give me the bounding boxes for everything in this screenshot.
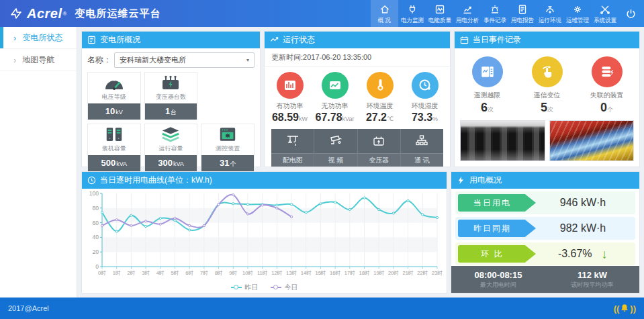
svg-text:23时: 23时 — [432, 270, 443, 276]
acrel-logo-icon — [9, 7, 23, 20]
usage-row-label: 环 比 — [458, 245, 536, 263]
stat-value: 300kVA — [145, 155, 197, 171]
registered-mark: ® — [63, 11, 67, 17]
shortcut-transformer[interactable]: 变压器 — [358, 129, 401, 167]
stat-card-voltage-level: 电压等级 10kV — [87, 72, 141, 120]
stat-value: 1台 — [145, 103, 197, 120]
transformer-icon — [159, 73, 182, 91]
legend-today[interactable]: 今日 — [271, 283, 298, 292]
shortcut-communication[interactable]: 通 讯 — [401, 129, 443, 167]
main-nav: 概 况 电力监测 电能质量 用电分析 事件记录 用电报告 — [371, 0, 618, 27]
right-parens: )) — [630, 304, 636, 314]
logout-power-button[interactable] — [618, 0, 643, 27]
main-content: 变电所概况 名称： 安科瑞新大楼变电所 ▾ — [77, 27, 644, 298]
svg-text:4时: 4时 — [156, 270, 165, 276]
panel-title: 当日逐时用电曲线(单位：kW.h) — [100, 175, 212, 186]
station-select[interactable]: 安科瑞新大楼变电所 ▾ — [114, 52, 255, 68]
usage-row-label: 当日用电 — [458, 194, 536, 212]
empty-card-slot — [201, 72, 255, 120]
site-photos — [460, 120, 634, 161]
svg-text:1时: 1时 — [113, 270, 121, 276]
peak-time-column: 08:00-08:15 最大用电时间 — [451, 270, 545, 289]
circuit-diagram-icon — [271, 129, 314, 153]
nav-tab-environment[interactable]: 运行环境 — [536, 0, 563, 27]
panel-header: 当日逐时用电曲线(单位：kW.h) — [82, 172, 447, 189]
nav-tab-event-log[interactable]: 事件记录 — [481, 0, 508, 27]
metric-ambient-humidity: 环境湿度 73.3% — [402, 72, 447, 124]
plug-icon — [407, 4, 418, 15]
sidebar-item-substation-status[interactable]: › 变电所状态 — [0, 27, 77, 49]
event-offline-devices: 失联的装置 0个 — [577, 56, 637, 115]
telemetry-overlimit-icon — [472, 56, 503, 87]
nav-tab-usage-analysis[interactable]: 用电分析 — [453, 0, 481, 27]
svg-text:18时: 18时 — [359, 270, 369, 276]
station-select-row: 名称： 安科瑞新大楼变电所 ▾ — [82, 48, 260, 72]
svg-text:0时: 0时 — [98, 270, 106, 276]
chart-legend: 昨日 今日 — [83, 281, 445, 293]
shortcut-distribution-diagram[interactable]: 配电图 — [271, 129, 314, 167]
svg-text:13时: 13时 — [286, 270, 297, 276]
usage-row-today: 当日用电 946 kW·h — [455, 191, 635, 214]
legend-yesterday[interactable]: 昨日 — [231, 283, 259, 292]
sidebar-item-map-navigation[interactable]: › 地图导航 — [0, 49, 77, 71]
station-name-label: 名称： — [87, 54, 111, 66]
usage-row-value: -3.67% ↓ — [536, 248, 630, 261]
server-stack-icon — [592, 56, 623, 87]
panel-header: 用电概况 — [451, 172, 639, 189]
svg-text:100: 100 — [89, 190, 99, 197]
logo-text: Acrel — [27, 6, 62, 21]
transformer-box-icon — [358, 129, 400, 153]
network-tree-icon — [401, 129, 443, 153]
svg-text:10时: 10时 — [242, 270, 253, 276]
stat-card-transformer-count: 变压器台数 1台 — [144, 72, 198, 120]
svg-text:19时: 19时 — [373, 270, 384, 276]
stat-value: 31个 — [201, 155, 254, 171]
svg-text:3时: 3时 — [142, 270, 150, 276]
gauge-icon — [103, 73, 126, 91]
footer-bar: 2017@Acrel (( )) — [0, 298, 644, 319]
active-power-icon — [277, 72, 304, 99]
page-body: › 变电所状态 › 地图导航 变电所概况 名称： — [0, 27, 644, 298]
stat-card-control-devices: 测控装置 31个 — [201, 124, 255, 172]
alarm-bell-button[interactable]: (( )) — [614, 304, 636, 314]
usage-row-yesterday: 昨日同期 982 kW·h — [455, 217, 635, 240]
svg-text:9时: 9时 — [229, 270, 237, 276]
chevron-right-icon: › — [13, 56, 16, 64]
usage-row-value: 946 kW·h — [536, 197, 630, 209]
svg-text:20: 20 — [93, 248, 99, 255]
alarm-siren-icon — [490, 4, 500, 15]
event-signal-change: 遥信变位 5次 — [517, 56, 577, 115]
panel-title: 变电所概况 — [100, 34, 140, 46]
server-cabinet-icon — [104, 124, 124, 143]
app-title: 变电所运维云平台 — [75, 7, 160, 20]
svg-text:11时: 11时 — [257, 270, 268, 276]
signal-change-hand-icon — [532, 56, 563, 87]
layers-icon — [160, 124, 181, 143]
top-header: Acrel® 变电所运维云平台 概 况 电力监测 电能质量 用电分析 事 — [0, 0, 644, 27]
brand-area: Acrel® 变电所运维云平台 — [0, 0, 170, 27]
svg-text:2时: 2时 — [127, 270, 135, 276]
svg-text:5时: 5时 — [171, 270, 179, 276]
peak-usage-summary: 08:00-08:15 最大用电时间 112 kW 该时段平均功率 — [451, 266, 639, 293]
svg-text:22时: 22时 — [417, 270, 428, 276]
usage-overview-panel: 用电概况 当日用电 946 kW·h 昨日同期 982 kW·h 环 比 -3.… — [451, 171, 640, 293]
daily-events-panel: 当日事件记录 遥测越限 6次 — [454, 31, 640, 167]
bell-icon — [620, 304, 629, 313]
nav-tab-power-quality[interactable]: 电能质量 — [426, 0, 453, 27]
shortcut-video[interactable]: 视 频 — [314, 129, 357, 167]
energy-bolt-icon — [457, 176, 465, 185]
sidebar: › 变电所状态 › 地图导航 — [0, 27, 77, 298]
panel-header: 变电所概况 — [82, 32, 260, 48]
svg-text:80: 80 — [93, 205, 99, 212]
stat-card-installed-capacity: 装机容量 500kVA — [87, 124, 141, 172]
nav-tab-ops-management[interactable]: 运维管理 — [563, 0, 591, 27]
svg-text:0: 0 — [95, 263, 99, 270]
down-arrow-icon: ↓ — [602, 248, 608, 261]
nav-tab-power-monitoring[interactable]: 电力监测 — [398, 0, 426, 27]
running-status-panel: 运行状态 更新时间:2017-06-20 13:35:00 有功功率 68.59… — [264, 31, 451, 167]
nav-tab-usage-report[interactable]: 用电报告 — [508, 0, 536, 27]
status-shortcut-buttons: 配电图 视 频 变压器 — [271, 129, 443, 167]
nav-tab-system-settings[interactable]: 系统设置 — [591, 0, 618, 27]
overview-stat-cards: 电压等级 10kV 变压器台数 1台 — [82, 72, 260, 177]
nav-tab-overview[interactable]: 概 况 — [371, 0, 398, 27]
